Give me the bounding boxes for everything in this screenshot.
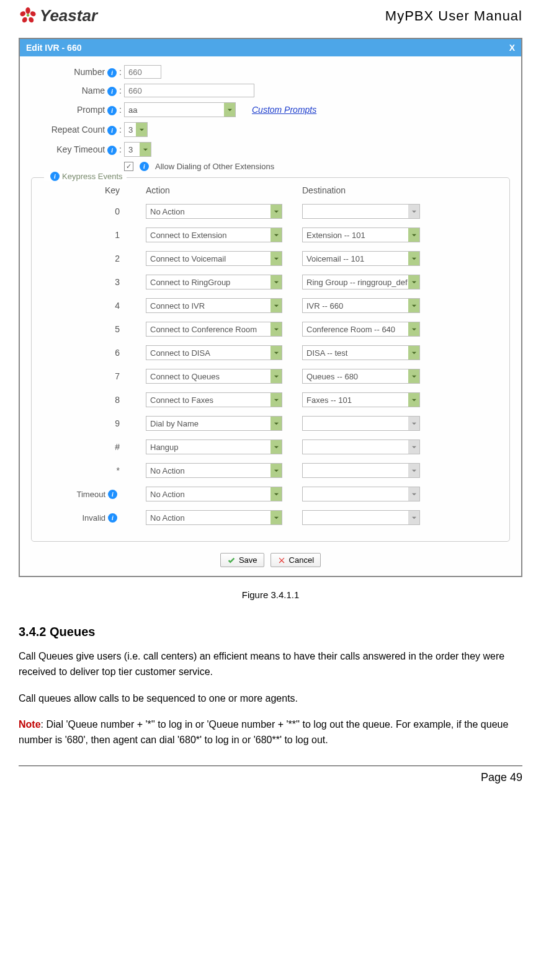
keypress-row: 9Dial by Name	[39, 416, 502, 431]
chevron-down-icon	[270, 252, 282, 265]
destination-select-value: IVR -- 660	[306, 301, 343, 311]
invalid-row-label: Invalid	[82, 513, 105, 523]
action-select[interactable]: Connect to RingGroup	[146, 275, 282, 289]
action-select[interactable]: Connect to IVR	[146, 298, 282, 313]
destination-select[interactable]	[302, 204, 420, 219]
chevron-down-icon	[270, 511, 282, 524]
name-label: Name	[82, 86, 105, 95]
info-icon[interactable]: i	[107, 126, 117, 135]
info-icon[interactable]: i	[107, 68, 117, 77]
col-action: Action	[146, 185, 288, 195]
keypress-row: 2Connect to VoicemailVoicemail -- 101	[39, 251, 502, 266]
destination-select[interactable]	[302, 463, 420, 478]
destination-select[interactable]: Faxes -- 101	[302, 392, 420, 407]
action-select-value: Connect to Queues	[150, 372, 220, 381]
chevron-down-icon	[408, 322, 419, 336]
close-icon[interactable]: X	[509, 43, 515, 53]
body-paragraph-2: Call queues allow calls to be sequenced …	[19, 691, 522, 707]
action-select[interactable]: Dial by Name	[146, 416, 282, 431]
info-icon[interactable]: i	[108, 513, 117, 523]
timeout-row-label: Timeout	[77, 490, 105, 499]
number-input[interactable]	[124, 65, 161, 79]
info-icon[interactable]: i	[107, 87, 117, 96]
invalid-dest-select[interactable]	[302, 510, 420, 525]
action-select[interactable]: Connect to Faxes	[146, 392, 282, 407]
action-select-value: No Action	[150, 466, 185, 475]
chevron-down-icon	[408, 369, 419, 383]
save-button[interactable]: Save	[220, 553, 264, 567]
destination-select[interactable]: Conference Room -- 640	[302, 322, 420, 337]
action-select-value: Connect to Conference Room	[150, 325, 257, 334]
custom-prompts-link[interactable]: Custom Prompts	[252, 105, 316, 115]
action-select[interactable]: Connect to Extension	[146, 227, 282, 242]
edit-ivr-panel: Edit IVR - 660 X Numberi: Namei: Prompti…	[19, 38, 522, 577]
chevron-down-icon	[408, 440, 419, 454]
keypress-row: 7Connect to QueuesQueues -- 680	[39, 369, 502, 384]
action-select[interactable]: Connect to Conference Room	[146, 322, 282, 337]
action-select-value: Dial by Name	[150, 419, 199, 428]
destination-select[interactable]	[302, 416, 420, 431]
chevron-down-icon	[140, 143, 151, 156]
action-select-value: Connect to DISA	[150, 348, 210, 358]
keypress-row: 4Connect to IVRIVR -- 660	[39, 298, 502, 313]
action-select[interactable]: Connect to Voicemail	[146, 251, 282, 266]
key-label: #	[39, 442, 132, 452]
key-timeout-select[interactable]: 3	[124, 142, 151, 157]
body-paragraph-1: Call Queues give users (i.e. call center…	[19, 649, 522, 680]
chevron-down-icon	[408, 393, 419, 407]
key-label: *	[39, 466, 132, 475]
info-icon[interactable]: i	[107, 106, 117, 115]
destination-select[interactable]: Voicemail -- 101	[302, 251, 420, 266]
destination-select[interactable]: DISA -- test	[302, 345, 420, 360]
chevron-down-icon	[270, 417, 282, 430]
timeout-dest-select[interactable]	[302, 487, 420, 501]
destination-select[interactable]	[302, 439, 420, 454]
repeat-select[interactable]: 3	[124, 122, 148, 137]
logo-text: Yeastar	[40, 6, 97, 25]
info-icon[interactable]: i	[50, 172, 60, 181]
number-label: Number	[74, 67, 105, 77]
destination-select[interactable]: Extension -- 101	[302, 227, 420, 242]
figure-caption: Figure 3.4.1.1	[19, 589, 522, 600]
chevron-down-icon	[408, 511, 419, 524]
chevron-down-icon	[270, 346, 282, 360]
chevron-down-icon	[270, 369, 282, 383]
key-label: 7	[39, 371, 132, 381]
name-input[interactable]	[124, 84, 254, 97]
action-select[interactable]: Hangup	[146, 439, 282, 454]
flower-icon	[19, 7, 37, 25]
info-icon[interactable]: i	[108, 490, 117, 499]
invalid-action-value: No Action	[150, 513, 185, 523]
prompt-select[interactable]: aa	[124, 102, 236, 117]
cancel-button[interactable]: Cancel	[270, 553, 321, 567]
destination-select[interactable]: Ring Group -- ringgroup_def	[302, 275, 420, 289]
keypress-row: 3Connect to RingGroupRing Group -- ringg…	[39, 275, 502, 289]
save-button-label: Save	[239, 555, 257, 565]
allow-dial-checkbox[interactable]: ✓	[124, 162, 133, 171]
invalid-action-select[interactable]: No Action	[146, 510, 282, 525]
chevron-down-icon	[270, 322, 282, 336]
note-label: Note	[19, 719, 41, 730]
destination-select-value: Faxes -- 101	[306, 395, 352, 405]
timeout-action-select[interactable]: No Action	[146, 487, 282, 501]
cross-icon	[277, 556, 286, 565]
page-header: Yeastar MyPBX User Manual	[19, 6, 522, 32]
chevron-down-icon	[224, 103, 235, 117]
info-icon[interactable]: i	[107, 146, 117, 155]
keypress-fieldset: i Keypress Events Key Action Destination…	[31, 177, 510, 542]
keypress-row: 6Connect to DISADISA -- test	[39, 345, 502, 360]
action-select[interactable]: No Action	[146, 204, 282, 219]
action-select[interactable]: Connect to DISA	[146, 345, 282, 360]
destination-select-value: Ring Group -- ringgroup_def	[306, 278, 408, 287]
action-select[interactable]: No Action	[146, 463, 282, 478]
info-icon[interactable]: i	[140, 162, 149, 171]
action-select-value: Hangup	[150, 443, 179, 452]
key-timeout-value: 3	[128, 145, 133, 154]
destination-select[interactable]: IVR -- 660	[302, 298, 420, 313]
chevron-down-icon	[270, 487, 282, 501]
action-select[interactable]: Connect to Queues	[146, 369, 282, 384]
action-select-value: Connect to Faxes	[150, 395, 213, 405]
action-select-value: Connect to IVR	[150, 301, 205, 311]
destination-select[interactable]: Queues -- 680	[302, 369, 420, 384]
allow-dial-label: Allow Dialing of Other Extensions	[155, 162, 274, 171]
